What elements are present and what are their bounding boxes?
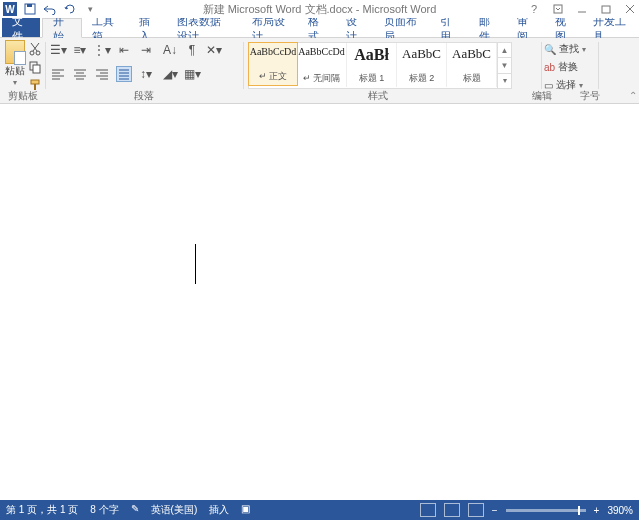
customize-qat-icon[interactable]: ▾ (83, 2, 97, 16)
tab-insert[interactable]: 插入 (129, 18, 167, 37)
editing-group-label: 编辑 (513, 89, 570, 102)
paste-label: 粘贴 (5, 64, 25, 78)
language-indicator[interactable]: 英语(美国) (151, 503, 198, 517)
paste-icon (5, 40, 25, 64)
word-count[interactable]: 8 个字 (90, 503, 118, 517)
increase-indent-icon[interactable]: ⇥ (138, 42, 154, 58)
undo-icon[interactable] (43, 2, 57, 16)
tab-page-layout[interactable]: 页面布局 (374, 18, 430, 37)
style-gallery-scroll[interactable]: ▲▼▾ (497, 43, 511, 88)
tab-toolbox[interactable]: 工具箱 (82, 18, 129, 37)
text-cursor (195, 244, 196, 284)
zoom-slider[interactable] (506, 509, 586, 512)
page-indicator[interactable]: 第 1 页，共 1 页 (6, 503, 78, 517)
style-heading2[interactable]: AaBbC 标题 2 (397, 43, 447, 87)
sort-icon[interactable]: A↓ (162, 42, 178, 58)
asian-layout-icon[interactable]: ✕▾ (206, 42, 222, 58)
style-title[interactable]: AaBbC 标题 (447, 43, 497, 87)
tab-review[interactable]: 审阅 (507, 18, 545, 37)
style-heading1[interactable]: AaBł 标题 1 (347, 43, 397, 87)
font-size-group-label: 字号 (570, 89, 610, 102)
save-icon[interactable] (23, 2, 37, 16)
svg-rect-1 (27, 4, 32, 7)
chevron-down-icon: ▼ (498, 57, 511, 72)
print-layout-icon[interactable] (444, 503, 460, 517)
style-gallery: AaBbCcDd ↵ 正文 AaBbCcDd ↵ 无间隔 AaBł 标题 1 A… (248, 42, 512, 89)
replace-icon: ab (544, 62, 555, 73)
numbering-icon[interactable]: ≡▾ (72, 42, 88, 58)
tab-home[interactable]: 开始 (42, 18, 82, 38)
title-bar: W ▾ 新建 Microsoft Word 文档.docx - Microsof… (0, 0, 639, 18)
tab-view[interactable]: 视图 (545, 18, 583, 37)
find-icon: 🔍 (544, 44, 556, 55)
paste-button[interactable]: 粘贴 ▾ (2, 40, 28, 89)
maximize-icon[interactable] (599, 2, 613, 16)
shading-icon[interactable]: ◢▾ (162, 66, 178, 82)
web-layout-icon[interactable] (468, 503, 484, 517)
align-center-icon[interactable] (72, 66, 88, 82)
bullets-icon[interactable]: ☰▾ (50, 42, 66, 58)
tab-developer[interactable]: 开发工具 (583, 18, 639, 37)
spell-check-icon[interactable]: ✎ (131, 503, 139, 517)
word-logo-icon: W (3, 2, 17, 16)
tab-mailings[interactable]: 邮件 (469, 18, 507, 37)
close-icon[interactable] (623, 2, 637, 16)
tab-file[interactable]: 文件 (2, 18, 40, 37)
show-marks-icon[interactable]: ¶ (184, 42, 200, 58)
justify-icon[interactable] (116, 66, 132, 82)
tab-chart-design[interactable]: 图表数据设计 (167, 18, 241, 37)
minimize-icon[interactable] (575, 2, 589, 16)
ribbon-tabs: 文件 开始 工具箱 插入 图表数据设计 布局设计 格式 设计 页面布局 引用 邮… (0, 18, 639, 38)
more-icon: ▾ (498, 73, 511, 88)
document-area[interactable] (0, 104, 639, 500)
styles-group-label: 样式 (243, 89, 513, 102)
decrease-indent-icon[interactable]: ⇤ (116, 42, 132, 58)
help-icon[interactable]: ? (527, 2, 541, 16)
find-button[interactable]: 🔍查找▾ (544, 40, 596, 58)
tab-format[interactable]: 格式 (298, 18, 336, 37)
macro-icon[interactable]: ▣ (241, 503, 250, 517)
replace-button[interactable]: ab替换 (544, 58, 596, 76)
read-mode-icon[interactable] (420, 503, 436, 517)
tab-design[interactable]: 设计 (336, 18, 374, 37)
ribbon: 粘贴 ▾ ☰▾ ≡▾ ⋮▾ ⇤ ⇥ ↕▾ A↓ ¶ ✕▾ (0, 38, 639, 104)
insert-mode[interactable]: 插入 (209, 503, 229, 517)
ribbon-options-icon[interactable] (551, 2, 565, 16)
zoom-level[interactable]: 390% (607, 505, 633, 516)
line-spacing-icon[interactable]: ↕▾ (138, 66, 154, 82)
window-title: 新建 Microsoft Word 文档.docx - Microsoft Wo… (203, 2, 437, 17)
clipboard-group-label: 剪贴板 (0, 89, 45, 102)
status-bar: 第 1 页，共 1 页 8 个字 ✎ 英语(美国) 插入 ▣ − + 390% (0, 500, 639, 520)
borders-icon[interactable]: ▦▾ (184, 66, 200, 82)
svg-point-7 (30, 51, 34, 55)
tab-layout-design[interactable]: 布局设计 (242, 18, 298, 37)
style-normal[interactable]: AaBbCcDd ↵ 正文 (248, 42, 298, 86)
collapse-ribbon-icon[interactable]: ⌃ (629, 90, 637, 101)
svg-rect-4 (602, 6, 610, 13)
copy-icon[interactable] (28, 60, 42, 74)
svg-point-8 (36, 51, 40, 55)
cut-icon[interactable] (28, 42, 42, 56)
zoom-out-icon[interactable]: − (492, 505, 498, 516)
paragraph-group-label: 段落 (45, 89, 243, 102)
align-right-icon[interactable] (94, 66, 110, 82)
svg-rect-2 (554, 5, 562, 13)
align-left-icon[interactable] (50, 66, 66, 82)
chevron-up-icon: ▲ (498, 43, 511, 57)
svg-rect-13 (31, 80, 39, 84)
zoom-in-icon[interactable]: + (594, 505, 600, 516)
tab-references[interactable]: 引用 (430, 18, 468, 37)
style-no-spacing[interactable]: AaBbCcDd ↵ 无间隔 (297, 43, 347, 87)
multilevel-icon[interactable]: ⋮▾ (94, 42, 110, 58)
redo-icon[interactable] (63, 2, 77, 16)
svg-rect-12 (33, 65, 40, 73)
